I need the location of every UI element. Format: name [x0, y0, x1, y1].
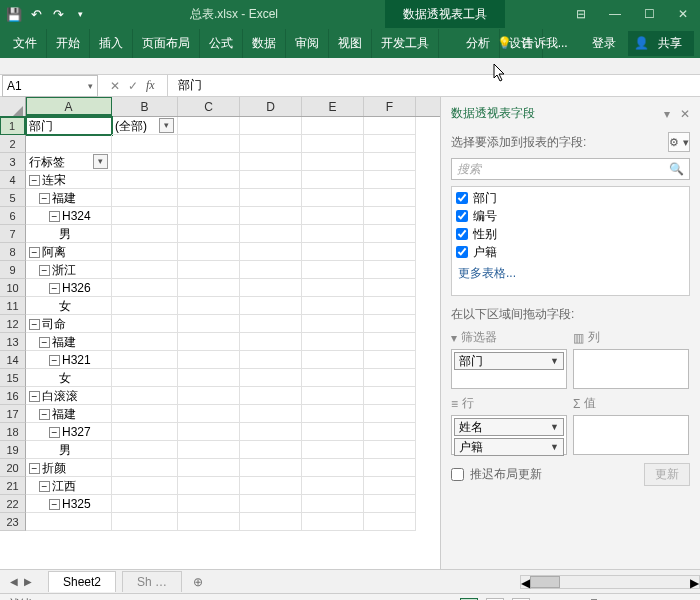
- cell[interactable]: [240, 189, 302, 207]
- cell[interactable]: [240, 117, 302, 135]
- field-list[interactable]: 部门编号性别户籍更多表格...: [451, 186, 690, 296]
- cell[interactable]: [240, 207, 302, 225]
- cell[interactable]: [178, 387, 240, 405]
- tab-review[interactable]: 审阅: [286, 29, 329, 58]
- collapse-icon[interactable]: −: [49, 283, 60, 294]
- cell[interactable]: [364, 207, 416, 225]
- cell[interactable]: [364, 405, 416, 423]
- area-filters[interactable]: ▾筛选器 部门▼: [451, 329, 567, 389]
- row-header[interactable]: 13: [0, 333, 26, 351]
- row-header[interactable]: 8: [0, 243, 26, 261]
- cell[interactable]: [364, 189, 416, 207]
- cell[interactable]: [112, 369, 178, 387]
- cell[interactable]: [302, 423, 364, 441]
- tab-developer[interactable]: 开发工具: [372, 29, 439, 58]
- sheet-tab-active[interactable]: Sheet2: [48, 571, 116, 592]
- collapse-icon[interactable]: −: [39, 193, 50, 204]
- cell[interactable]: [364, 423, 416, 441]
- collapse-icon[interactable]: −: [39, 481, 50, 492]
- cell[interactable]: [302, 369, 364, 387]
- row-header[interactable]: 12: [0, 315, 26, 333]
- cell[interactable]: [302, 189, 364, 207]
- cell[interactable]: [364, 315, 416, 333]
- cell[interactable]: −福建: [26, 333, 112, 351]
- cell[interactable]: [112, 243, 178, 261]
- cell[interactable]: [178, 441, 240, 459]
- row-header[interactable]: 23: [0, 513, 26, 531]
- cell[interactable]: [364, 117, 416, 135]
- row-pill[interactable]: 姓名▼: [454, 418, 564, 436]
- cell[interactable]: [26, 135, 112, 153]
- cell[interactable]: [178, 333, 240, 351]
- cell[interactable]: (全部)▾: [112, 117, 178, 135]
- cell[interactable]: [302, 477, 364, 495]
- cell[interactable]: −H324: [26, 207, 112, 225]
- close-icon[interactable]: ✕: [666, 0, 700, 28]
- cell[interactable]: [302, 459, 364, 477]
- cell[interactable]: [178, 495, 240, 513]
- cell[interactable]: [240, 423, 302, 441]
- maximize-icon[interactable]: ☐: [632, 0, 666, 28]
- cell[interactable]: [302, 513, 364, 531]
- tab-view[interactable]: 视图: [329, 29, 372, 58]
- field-item[interactable]: 部门: [456, 189, 685, 207]
- tell-me[interactable]: 💡 告诉我...: [491, 31, 579, 56]
- cell[interactable]: [178, 225, 240, 243]
- cell[interactable]: [240, 333, 302, 351]
- cell[interactable]: [178, 477, 240, 495]
- cell[interactable]: [302, 135, 364, 153]
- row-header[interactable]: 10: [0, 279, 26, 297]
- row-header[interactable]: 18: [0, 423, 26, 441]
- cell[interactable]: [112, 297, 178, 315]
- cell[interactable]: −司命: [26, 315, 112, 333]
- tab-data[interactable]: 数据: [243, 29, 286, 58]
- cell[interactable]: [240, 351, 302, 369]
- col-header-c[interactable]: C: [178, 97, 240, 116]
- horizontal-scrollbar[interactable]: ◀▶: [520, 575, 700, 589]
- name-box[interactable]: A1▾: [2, 75, 98, 97]
- row-header[interactable]: 20: [0, 459, 26, 477]
- sheet-nav[interactable]: ◀▶: [0, 576, 42, 587]
- cell[interactable]: −福建: [26, 189, 112, 207]
- cell[interactable]: −折颜: [26, 459, 112, 477]
- cell[interactable]: 女: [26, 297, 112, 315]
- cell[interactable]: [302, 225, 364, 243]
- cell[interactable]: [178, 405, 240, 423]
- collapse-icon[interactable]: −: [39, 409, 50, 420]
- cell[interactable]: [240, 441, 302, 459]
- cell[interactable]: [240, 153, 302, 171]
- cell[interactable]: [178, 135, 240, 153]
- cell[interactable]: [302, 279, 364, 297]
- tab-home[interactable]: 开始: [47, 29, 90, 58]
- row-header[interactable]: 15: [0, 369, 26, 387]
- area-values[interactable]: Σ值: [573, 395, 689, 455]
- cell[interactable]: [112, 351, 178, 369]
- collapse-icon[interactable]: −: [49, 355, 60, 366]
- row-header[interactable]: 9: [0, 261, 26, 279]
- cell[interactable]: [178, 459, 240, 477]
- col-header-f[interactable]: F: [364, 97, 416, 116]
- cell[interactable]: [26, 513, 112, 531]
- cell[interactable]: [364, 171, 416, 189]
- gear-icon[interactable]: ⚙ ▾: [668, 132, 690, 152]
- row-header[interactable]: 14: [0, 351, 26, 369]
- cell[interactable]: [364, 135, 416, 153]
- save-icon[interactable]: 💾: [6, 6, 22, 22]
- cell[interactable]: [112, 153, 178, 171]
- cell[interactable]: [302, 171, 364, 189]
- row-pill[interactable]: 户籍▼: [454, 438, 564, 456]
- cell[interactable]: [364, 261, 416, 279]
- collapse-icon[interactable]: −: [39, 337, 50, 348]
- update-button[interactable]: 更新: [644, 463, 690, 486]
- collapse-icon[interactable]: −: [49, 499, 60, 510]
- cell[interactable]: −福建: [26, 405, 112, 423]
- row-header[interactable]: 2: [0, 135, 26, 153]
- area-rows[interactable]: ≡行 姓名▼ 户籍▼: [451, 395, 567, 455]
- field-checkbox[interactable]: [456, 246, 468, 258]
- cell[interactable]: [240, 279, 302, 297]
- row-header[interactable]: 17: [0, 405, 26, 423]
- row-header[interactable]: 16: [0, 387, 26, 405]
- collapse-icon[interactable]: −: [49, 427, 60, 438]
- qat-dropdown-icon[interactable]: ▾: [72, 6, 88, 22]
- cell[interactable]: [364, 477, 416, 495]
